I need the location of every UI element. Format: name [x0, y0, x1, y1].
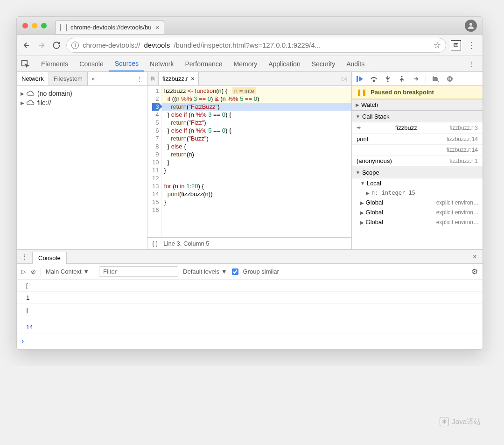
site-info-icon[interactable]: i: [71, 42, 79, 49]
svg-point-3: [373, 80, 375, 81]
devtools-tab-security[interactable]: Security: [306, 56, 341, 71]
browser-menu-icon[interactable]: ⋮: [466, 40, 478, 50]
tree-item[interactable]: ▶ file://: [21, 98, 143, 107]
run-snippet-icon[interactable]: ▷|: [342, 75, 348, 82]
editor-status: { } Line 3, Column 5: [147, 237, 351, 249]
step-into-button[interactable]: [384, 75, 392, 83]
step-button[interactable]: ➜: [412, 75, 420, 83]
pretty-print-icon[interactable]: { }: [152, 240, 158, 247]
callstack-frame[interactable]: fizzbuzz.r:14: [352, 145, 483, 155]
back-button[interactable]: [21, 40, 32, 50]
cursor-position: Line 3, Column 5: [163, 240, 209, 247]
callstack-frame[interactable]: (anonymous)fizzbuzz.r:1: [352, 155, 483, 167]
svg-rect-8: [450, 78, 451, 80]
inspect-icon[interactable]: [21, 59, 30, 69]
tab-close-icon[interactable]: ×: [155, 23, 159, 31]
deactivate-breakpoints-button[interactable]: [432, 75, 440, 83]
tree-item[interactable]: ▶ (no domain): [21, 89, 143, 98]
debugger-panel: ➜ ❚❚ Paused on breakpoint ▶Watch ▼Call S…: [352, 72, 483, 249]
group-similar-checkbox[interactable]: [232, 268, 238, 275]
window-controls: [22, 23, 47, 28]
titlebar: chrome-devtools://devtools/bu ×: [17, 17, 483, 35]
console-tab[interactable]: Console: [32, 252, 67, 264]
drawer-menu-icon[interactable]: ⋮: [17, 253, 32, 260]
reload-button[interactable]: [51, 40, 62, 50]
svg-rect-2: [357, 76, 358, 82]
callstack-section[interactable]: ▼Call Stack: [352, 111, 483, 122]
show-console-sidebar-icon[interactable]: ▷: [21, 268, 26, 275]
address-row: i chrome-devtools://devtools/bundled/ins…: [17, 35, 483, 56]
console-row: ]: [17, 304, 483, 316]
navigator-more-icon[interactable]: »: [88, 75, 98, 82]
editor-panel: ⎘ fizzbuzz.r × ▷| 1234567891011121314151…: [147, 72, 352, 249]
navigator-tab-network[interactable]: Network: [17, 72, 49, 85]
watch-section[interactable]: ▶Watch: [352, 99, 483, 111]
console-tabbar: ⋮ Console ×: [17, 250, 483, 264]
navigator-tabs: Network Filesystem » ⋮: [17, 72, 147, 86]
svg-rect-7: [448, 78, 449, 80]
close-icon[interactable]: ×: [191, 75, 195, 82]
group-similar-label: Group similar: [243, 268, 279, 275]
console-row: 1: [17, 292, 483, 304]
cloud-icon: [26, 90, 35, 97]
clear-console-icon[interactable]: ⊘: [31, 268, 36, 275]
console-filter-input[interactable]: [99, 266, 178, 277]
devtools-tab-console[interactable]: Console: [74, 56, 109, 71]
scope-local[interactable]: ▼Local: [352, 178, 483, 188]
svg-point-0: [469, 23, 472, 26]
console-output: [1]14: [17, 280, 483, 333]
console-prompt[interactable]: ›: [17, 333, 483, 349]
step-over-button[interactable]: [370, 75, 378, 83]
scope-global[interactable]: ▶ Globalexplicit environ…: [352, 217, 483, 227]
forward-button[interactable]: [36, 40, 47, 50]
source-editor[interactable]: 12345678910111213141516 fizzbuzz <- func…: [147, 86, 351, 237]
scope-global[interactable]: ▶ Globalexplicit environ…: [352, 207, 483, 217]
url-path: /bundled/inspector.html?ws=127.0.0.1:922…: [174, 41, 321, 49]
maximize-window-icon[interactable]: [41, 23, 47, 28]
devtools-tab-audits[interactable]: Audits: [341, 56, 370, 71]
callstack-frame[interactable]: fizzbuzzfizzbuzz.r:3: [352, 122, 483, 134]
expand-icon: ▶: [21, 91, 24, 96]
minimize-window-icon[interactable]: [32, 23, 37, 28]
file-tab[interactable]: fizzbuzz.r ×: [159, 72, 199, 85]
scope-variable[interactable]: ▶n: integer 15: [352, 188, 483, 198]
scope-global[interactable]: ▶ Globalexplicit environ…: [352, 198, 483, 207]
toggle-navigator-icon[interactable]: ⎘: [147, 72, 159, 85]
browser-tab[interactable]: chrome-devtools://devtools/bu ×: [55, 20, 164, 34]
callstack-frame[interactable]: printfizzbuzz.r:14: [352, 134, 483, 145]
devtools-tab-network[interactable]: Network: [144, 56, 179, 71]
devtools-tabbar: ElementsConsoleSourcesNetworkPerformance…: [17, 56, 483, 72]
devtools-tab-sources[interactable]: Sources: [109, 56, 144, 71]
extension-icon[interactable]: 匡: [451, 40, 461, 50]
navigator-options-icon[interactable]: ⋮: [132, 75, 147, 82]
address-bar[interactable]: i chrome-devtools://devtools/bundled/ins…: [66, 38, 446, 53]
warning-icon: ❚❚: [357, 89, 367, 96]
tab-strip: chrome-devtools://devtools/bu ×: [55, 17, 465, 34]
pause-on-exceptions-button[interactable]: [446, 75, 454, 83]
debug-toolbar: ➜: [352, 72, 483, 86]
devtools-tab-elements[interactable]: Elements: [35, 56, 74, 71]
step-out-button[interactable]: [398, 75, 406, 83]
scope-section[interactable]: ▼Scope: [352, 167, 483, 178]
console-settings-icon[interactable]: ⚙: [471, 267, 478, 276]
file-icon: [60, 24, 67, 31]
bookmark-icon[interactable]: ☆: [434, 40, 441, 50]
devtools-tab-memory[interactable]: Memory: [228, 56, 263, 71]
profile-icon[interactable]: [465, 20, 477, 32]
svg-point-6: [447, 76, 453, 82]
tab-title: chrome-devtools://devtools/bu: [70, 24, 151, 31]
separator: [374, 59, 374, 69]
close-window-icon[interactable]: [22, 23, 28, 28]
console-row: [17, 316, 483, 321]
file-tree: ▶ (no domain) ▶ file://: [17, 86, 147, 110]
main-panels: Network Filesystem » ⋮ ▶ (no domain) ▶ f…: [17, 72, 483, 249]
devtools-menu-icon[interactable]: ⋮: [465, 60, 479, 68]
resume-button[interactable]: [356, 75, 364, 83]
navigator-tab-filesystem[interactable]: Filesystem: [49, 72, 88, 85]
browser-window: chrome-devtools://devtools/bu × i chrome…: [16, 16, 483, 350]
devtools-tab-application[interactable]: Application: [263, 56, 306, 71]
context-selector[interactable]: Main Context ▼: [46, 268, 89, 275]
devtools-tab-performance[interactable]: Performance: [179, 56, 228, 71]
log-levels-selector[interactable]: Default levels ▼: [183, 268, 227, 275]
close-drawer-icon[interactable]: ×: [467, 253, 483, 261]
